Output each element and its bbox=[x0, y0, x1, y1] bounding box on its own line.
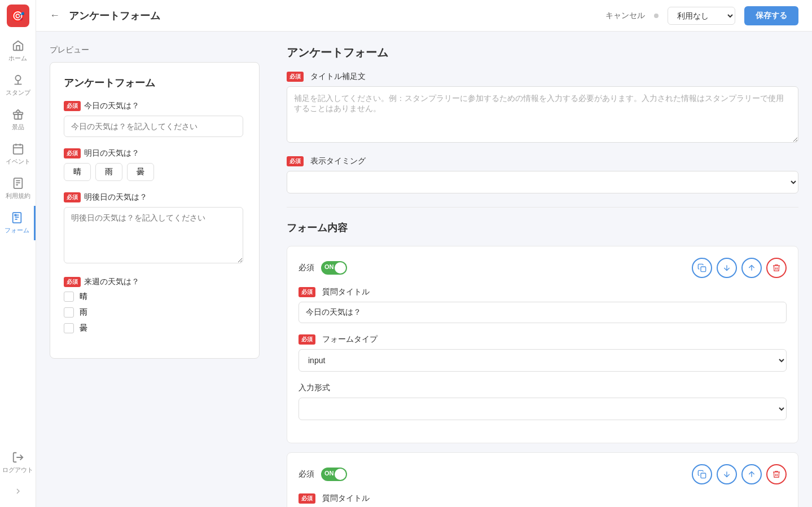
required-label-2: 必須 bbox=[299, 469, 314, 479]
preview-panel: プレビュー アンケートフォーム 必須 今日の天気は？ bbox=[36, 32, 273, 507]
preview-question-2: 必須 明日の天気は？ 晴 雨 曇 bbox=[64, 148, 243, 181]
form-icon bbox=[11, 211, 23, 224]
checkbox-item-rain[interactable]: 雨 bbox=[64, 307, 243, 318]
q1-type-label-text: フォームタイプ bbox=[322, 334, 378, 345]
display-timing-label: 必須 表示タイミング bbox=[287, 156, 798, 166]
question-block-1-header: 必須 ON bbox=[299, 258, 787, 278]
back-button[interactable]: ← bbox=[50, 10, 60, 21]
required-badge-1: 必須 bbox=[64, 101, 81, 111]
toggle-1[interactable]: ON bbox=[321, 261, 347, 275]
checkbox-box-rain bbox=[64, 307, 74, 318]
move-up-button-2[interactable] bbox=[741, 464, 762, 484]
rules-icon bbox=[12, 177, 24, 189]
preview-scroll[interactable]: アンケートフォーム 必須 今日の天気は？ 必須 明日の天気は？ bbox=[64, 76, 245, 345]
preview-card: アンケートフォーム 必須 今日の天気は？ 必須 明日の天気は？ bbox=[50, 62, 260, 359]
toggle-track-1[interactable]: ON bbox=[321, 261, 347, 275]
required-badge-4: 必須 bbox=[64, 277, 81, 287]
required-badge-3: 必須 bbox=[64, 192, 81, 202]
q1-title-label-text: 質問タイトル bbox=[322, 287, 370, 297]
logout-icon bbox=[12, 451, 24, 464]
checkbox-item-cloudy[interactable]: 曇 bbox=[64, 323, 243, 333]
page-title: アンケートフォーム bbox=[69, 9, 596, 23]
usage-select[interactable]: 利用なし bbox=[668, 7, 735, 25]
form-group-q1-title: 必須 質問タイトル bbox=[299, 287, 787, 323]
gift-icon bbox=[12, 108, 24, 121]
form-group-q1-type: 必須 フォームタイプ input radio checkbox textarea bbox=[299, 334, 787, 372]
preview-q4-text: 来週の天気は？ bbox=[84, 277, 139, 287]
sidebar-item-rules-label: 利用規約 bbox=[6, 192, 30, 200]
toggle-2[interactable]: ON bbox=[321, 468, 347, 481]
question-block-1-actions bbox=[692, 258, 787, 278]
q1-format-select[interactable] bbox=[299, 398, 787, 420]
preview-q3-label: 必須 明後日の天気は？ bbox=[64, 192, 243, 202]
display-timing-required: 必須 bbox=[287, 156, 304, 166]
checkbox-item-sunny[interactable]: 晴 bbox=[64, 292, 243, 302]
page-header: ← アンケートフォーム キャンセル 利用なし 保存する bbox=[36, 0, 812, 32]
preview-q1-text: 今日の天気は？ bbox=[84, 101, 139, 111]
sidebar-item-rules[interactable]: 利用規約 bbox=[0, 171, 36, 206]
preview-card-title: アンケートフォーム bbox=[64, 76, 243, 90]
display-timing-label-text: 表示タイミング bbox=[310, 156, 366, 166]
sidebar-item-stamp[interactable]: スタンプ bbox=[0, 68, 36, 103]
svg-point-0 bbox=[15, 76, 20, 81]
preview-question-4: 必須 来週の天気は？ 晴 雨 bbox=[64, 277, 243, 333]
preview-q3-textarea[interactable] bbox=[64, 207, 243, 263]
q1-title-input[interactable] bbox=[299, 302, 787, 323]
required-label-1: 必須 bbox=[299, 263, 314, 273]
checkbox-label-cloudy: 曇 bbox=[80, 323, 87, 333]
svg-rect-6 bbox=[15, 215, 16, 216]
event-icon bbox=[12, 143, 24, 155]
q2-title-label-text: 質問タイトル bbox=[322, 493, 370, 504]
sidebar-item-form[interactable]: フォーム bbox=[0, 206, 36, 240]
cancel-button[interactable]: キャンセル bbox=[605, 11, 645, 21]
title-supplement-textarea[interactable]: 補足を記入してください。例：スタンプラリーに参加するための情報を入力する必要があ… bbox=[287, 86, 798, 143]
preview-question-1: 必須 今日の天気は？ bbox=[64, 101, 243, 137]
move-up-button-1[interactable] bbox=[741, 258, 762, 278]
sidebar-item-gift[interactable]: 景品 bbox=[0, 103, 36, 137]
radio-option-sunny[interactable]: 晴 bbox=[64, 163, 91, 181]
section-divider bbox=[287, 207, 798, 208]
toggle-track-2[interactable]: ON bbox=[321, 468, 347, 481]
svg-rect-8 bbox=[701, 473, 706, 478]
title-supplement-label-text: タイトル補足文 bbox=[310, 72, 366, 82]
sidebar-item-event[interactable]: イベント bbox=[0, 137, 36, 171]
preview-q1-input[interactable] bbox=[64, 116, 243, 137]
copy-button-1[interactable] bbox=[692, 258, 712, 278]
toggle-label-1: ON bbox=[324, 263, 334, 270]
q1-type-required: 必須 bbox=[299, 334, 315, 345]
radio-option-rain[interactable]: 雨 bbox=[95, 163, 122, 181]
checkbox-label-sunny: 晴 bbox=[80, 292, 87, 302]
form-content-title: フォーム内容 bbox=[287, 221, 798, 235]
sidebar-expand-btn[interactable] bbox=[0, 480, 36, 502]
preview-label: プレビュー bbox=[50, 45, 260, 55]
form-panel: アンケートフォーム 必須 タイトル補足文 補足を記入してください。例：スタンプラ… bbox=[273, 32, 812, 507]
preview-q2-label: 必須 明日の天気は？ bbox=[64, 148, 243, 158]
question-block-2-left: 必須 ON bbox=[299, 468, 347, 481]
sidebar-item-form-label: フォーム bbox=[5, 226, 29, 235]
sidebar-item-logout[interactable]: ログアウト bbox=[0, 446, 36, 480]
checkbox-box-sunny bbox=[64, 292, 74, 302]
copy-button-2[interactable] bbox=[692, 464, 712, 484]
radio-option-cloudy[interactable]: 曇 bbox=[127, 163, 154, 181]
sidebar-item-stamp-label: スタンプ bbox=[6, 89, 30, 97]
question-block-1: 必須 ON bbox=[287, 246, 798, 443]
delete-button-2[interactable] bbox=[766, 464, 787, 484]
q2-title-required: 必須 bbox=[299, 493, 315, 504]
question-block-1-left: 必須 ON bbox=[299, 261, 347, 275]
delete-button-1[interactable] bbox=[766, 258, 787, 278]
display-timing-select[interactable] bbox=[287, 171, 798, 193]
question-block-2-actions bbox=[692, 464, 787, 484]
toggle-label-2: ON bbox=[324, 470, 334, 477]
q1-title-label: 必須 質問タイトル bbox=[299, 287, 787, 297]
move-down-button-2[interactable] bbox=[717, 464, 737, 484]
sidebar-item-home[interactable]: ホーム bbox=[0, 34, 36, 68]
preview-q2-options: 晴 雨 曇 bbox=[64, 163, 243, 181]
move-down-button-1[interactable] bbox=[717, 258, 737, 278]
app-logo: 🎯 bbox=[7, 5, 29, 27]
status-dot bbox=[654, 14, 659, 18]
form-group-q2-title: 必須 質問タイトル bbox=[299, 493, 787, 507]
sidebar-item-gift-label: 景品 bbox=[12, 123, 24, 131]
checkbox-box-cloudy bbox=[64, 323, 74, 333]
q1-type-select[interactable]: input radio checkbox textarea bbox=[299, 349, 787, 372]
save-button[interactable]: 保存する bbox=[744, 6, 798, 25]
